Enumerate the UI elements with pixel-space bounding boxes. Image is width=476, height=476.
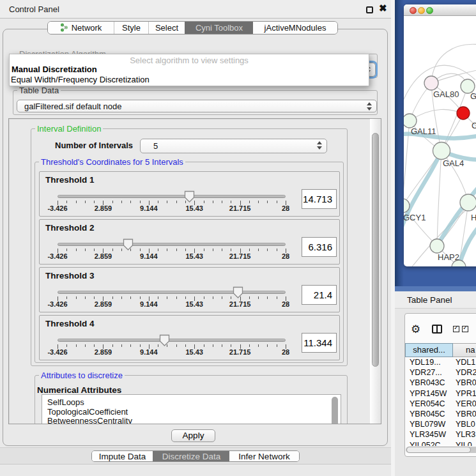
- cell-shared-name: YDL19...: [410, 357, 441, 367]
- slider-tick: [258, 249, 259, 251]
- threshold-panel: Threshold 1-3.4262.8599.14415.4321.71528…: [39, 171, 340, 217]
- table-row[interactable]: YDR27...YDR2: [405, 367, 476, 378]
- slider-tick: [94, 201, 95, 203]
- network-node[interactable]: [424, 76, 438, 90]
- slider-tick: [66, 249, 67, 251]
- cell-name: YBL0: [456, 419, 475, 429]
- column-header[interactable]: shared...: [405, 343, 453, 357]
- horizontal-scrollbar[interactable]: [406, 447, 476, 453]
- float-window-icon[interactable]: [366, 6, 373, 13]
- network-node[interactable]: [404, 114, 417, 128]
- list-scrollbar[interactable]: [332, 397, 338, 424]
- slider-tick: [140, 249, 141, 251]
- columns-icon[interactable]: [432, 325, 442, 334]
- list-item[interactable]: TopologicalCoefficient: [47, 407, 128, 417]
- scrollbar-thumb[interactable]: [406, 447, 471, 453]
- gear-icon[interactable]: ⚙: [411, 324, 420, 335]
- apply-button[interactable]: Apply: [171, 429, 215, 442]
- spinner-value: 5: [153, 141, 158, 151]
- slider-tick: [94, 296, 95, 299]
- slider-tick: [130, 296, 131, 299]
- numerical-attributes-list[interactable]: SelfLoopsTopologicalCoefficientBetweenne…: [42, 394, 341, 424]
- tab-discretize-data[interactable]: Discretize Data: [153, 451, 229, 461]
- cell-shared-name: YBL079W: [410, 419, 445, 429]
- network-node[interactable]: [430, 239, 444, 253]
- table-row[interactable]: YBL079WYBL0: [405, 419, 476, 429]
- network-window: GAL80GACGAL11GAL4GCY1HHAP2: [404, 4, 476, 266]
- list-item[interactable]: SelfLoops: [47, 397, 84, 407]
- slider-handle[interactable]: [159, 334, 170, 346]
- tab-cyni-toolbox[interactable]: Cyni Toolbox: [185, 22, 253, 34]
- number-of-intervals-spinner[interactable]: 5: [140, 139, 327, 153]
- network-node[interactable]: [433, 142, 450, 160]
- slider-track[interactable]: [58, 195, 286, 198]
- slider-track[interactable]: [58, 243, 286, 246]
- slider-handle[interactable]: [123, 238, 134, 250]
- network-canvas[interactable]: GAL80GACGAL11GAL4GCY1HHAP2: [404, 16, 476, 266]
- threshold-value[interactable]: 14.713: [302, 189, 337, 209]
- combo-arrows-icon: [367, 101, 372, 112]
- tab-label: Network: [72, 23, 102, 33]
- slider-tick: [85, 296, 86, 299]
- slider-tick: [258, 344, 259, 347]
- slider-track[interactable]: [58, 291, 286, 294]
- scrollbar-thumb[interactable]: [372, 133, 379, 367]
- slider-tick: [277, 344, 277, 347]
- network-node[interactable]: [460, 194, 476, 211]
- node-label: C: [472, 121, 476, 130]
- column-header[interactable]: na: [453, 343, 476, 357]
- network-edge-thick[interactable]: [404, 151, 441, 236]
- network-edge[interactable]: [431, 44, 476, 83]
- table-row[interactable]: YBR043CYBR0: [405, 378, 476, 388]
- slider-tick: [277, 296, 277, 299]
- slider-track[interactable]: [58, 339, 286, 342]
- threshold-value[interactable]: 11.344: [302, 333, 337, 353]
- checkbox-icon[interactable]: [453, 326, 459, 332]
- network-edge[interactable]: [437, 151, 441, 246]
- network-desktop: GAL80GACGAL11GAL4GCY1HHAP2: [395, 0, 476, 286]
- tab-network[interactable]: Network: [48, 22, 114, 34]
- table-row[interactable]: YIL052CYIL0: [405, 440, 476, 446]
- tab-style[interactable]: Style: [114, 22, 148, 34]
- network-icon: [60, 23, 68, 33]
- cell-name: YER0: [456, 399, 476, 409]
- slider-tick: [112, 344, 113, 347]
- dropdown-option[interactable]: Equal Width/Frequency Discretization: [11, 75, 370, 85]
- close-traffic-light-icon[interactable]: [410, 7, 417, 14]
- slider-tick: [204, 344, 204, 347]
- network-node[interactable]: [457, 107, 470, 119]
- threshold-value[interactable]: 6.316: [302, 237, 337, 257]
- table-row[interactable]: YDL19...YDL1: [405, 357, 476, 367]
- tab-select[interactable]: Select: [148, 22, 185, 34]
- minimize-traffic-light-icon[interactable]: [418, 7, 425, 14]
- slider-tick: [158, 249, 158, 251]
- close-icon[interactable]: ✖: [379, 3, 387, 14]
- zoom-traffic-light-icon[interactable]: [426, 7, 433, 14]
- numerical-attributes-label: Numerical Attributes: [37, 385, 121, 395]
- tick-label: 28: [282, 204, 289, 212]
- table-row[interactable]: YLR345WYLR3: [405, 429, 476, 440]
- tab-jactivemnodules[interactable]: jActiveMNodules: [253, 22, 337, 34]
- slider-handle[interactable]: [233, 286, 243, 298]
- table-row[interactable]: YER054CYER0: [405, 399, 476, 409]
- table-row[interactable]: YBR045CYBR0: [405, 409, 476, 419]
- tab-infer-network[interactable]: Infer Network: [229, 451, 299, 461]
- threshold-value[interactable]: 21.4: [302, 285, 337, 305]
- tick-label: 9.144: [140, 348, 158, 356]
- tab-impute-data[interactable]: Impute Data: [92, 451, 153, 461]
- slider-tick: [76, 249, 77, 251]
- slider-tick: [213, 249, 213, 251]
- slider-tick: [267, 249, 268, 251]
- list-item[interactable]: BetweennessCentrality: [47, 416, 132, 424]
- slider-tick: [213, 296, 213, 299]
- slider-tick: [130, 344, 131, 347]
- table-data-combobox[interactable]: galFiltered.sif default node: [17, 100, 377, 112]
- slider-tick: [176, 249, 177, 251]
- checkbox-icon[interactable]: [462, 326, 468, 332]
- number-of-intervals-label: Number of Intervals: [55, 141, 133, 150]
- slider-handle[interactable]: [184, 190, 195, 203]
- slider-tick: [130, 201, 131, 203]
- table-row[interactable]: YPR145WYPR1: [405, 388, 476, 399]
- dropdown-option[interactable]: Manual Discretization: [12, 65, 371, 75]
- cell-shared-name: YIL052C: [410, 440, 441, 446]
